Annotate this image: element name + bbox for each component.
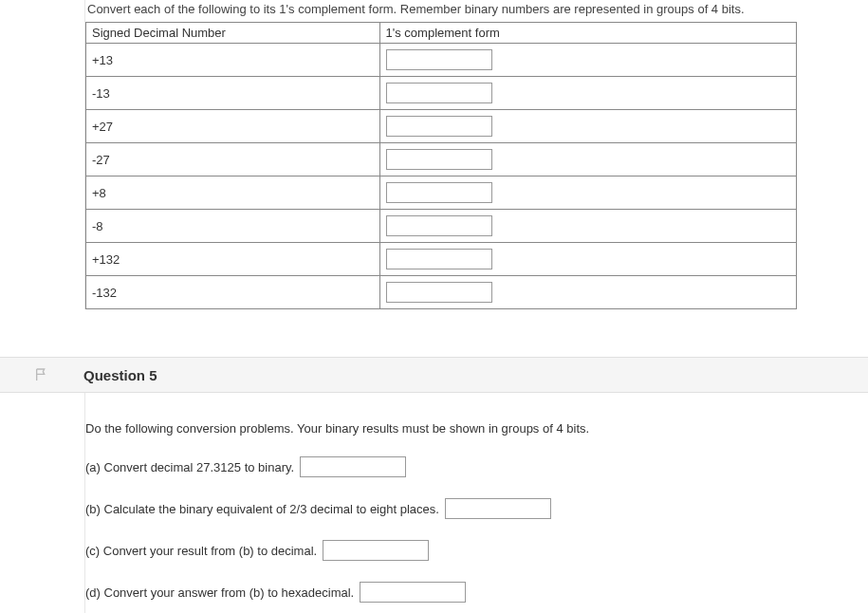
answer-input[interactable]: [386, 116, 492, 137]
table-row: +13: [86, 44, 797, 77]
table-row: +8: [86, 176, 797, 210]
question-5-title: Question 5: [83, 367, 157, 383]
row-label: -8: [86, 210, 380, 243]
q5-part-a-input[interactable]: [300, 456, 406, 477]
answer-input[interactable]: [386, 83, 492, 103]
answer-input[interactable]: [386, 282, 492, 303]
q5-part-a-label: (a) Convert decimal 27.3125 to binary.: [85, 460, 294, 474]
row-label: +27: [86, 110, 380, 143]
row-label: -132: [86, 276, 380, 309]
answer-input[interactable]: [386, 215, 492, 236]
col-header-complement: 1's complement form: [379, 23, 796, 44]
table-row: -27: [86, 143, 797, 176]
row-label: -13: [86, 77, 380, 110]
q5-intro: Do the following conversion problems. Yo…: [85, 421, 868, 436]
row-label: +8: [86, 176, 380, 210]
flag-icon[interactable]: [0, 367, 83, 382]
table-row: -8: [86, 210, 797, 243]
question-5-header: Question 5: [0, 357, 868, 393]
table-row: -132: [86, 276, 797, 309]
answer-input[interactable]: [386, 149, 492, 170]
q5-part-d-label: (d) Convert your answer from (b) to hexa…: [85, 585, 354, 600]
col-header-signed: Signed Decimal Number: [86, 23, 380, 44]
conversion-table: Signed Decimal Number 1's complement for…: [85, 22, 797, 309]
q4-instruction: Convert each of the following to its 1's…: [85, 0, 868, 22]
row-label: +13: [86, 44, 380, 77]
q5-part-c-label: (c) Convert your result from (b) to deci…: [85, 544, 317, 558]
row-label: +132: [86, 243, 380, 276]
answer-input[interactable]: [386, 49, 492, 70]
table-row: -13: [86, 77, 797, 110]
q5-part-d-input[interactable]: [360, 582, 466, 603]
table-row: +132: [86, 243, 797, 276]
q5-part-b-input[interactable]: [445, 498, 551, 519]
row-label: -27: [86, 143, 380, 176]
table-row: +27: [86, 110, 797, 143]
answer-input[interactable]: [386, 182, 492, 203]
q5-part-c-input[interactable]: [323, 540, 429, 561]
q5-part-b-label: (b) Calculate the binary equivalent of 2…: [85, 502, 439, 516]
answer-input[interactable]: [386, 249, 492, 269]
